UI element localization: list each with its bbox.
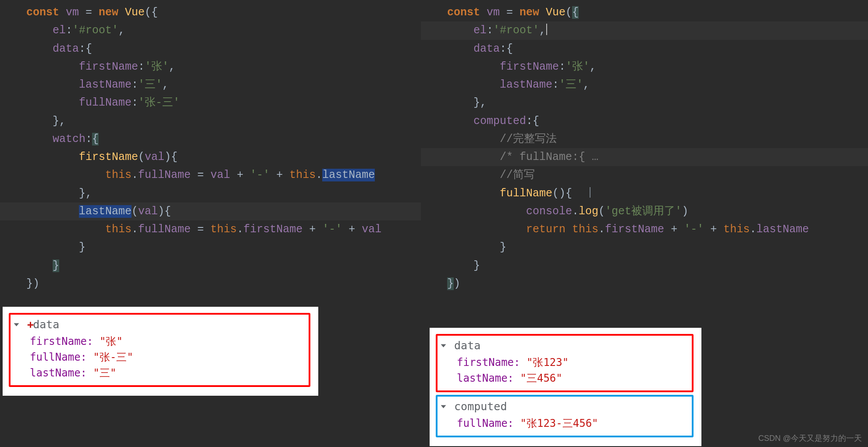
code-line[interactable]: } (421, 238, 868, 256)
code-line[interactable]: lastName:'三', (0, 76, 421, 94)
token-punc (26, 96, 79, 109)
disclosure-triangle-icon[interactable] (441, 405, 446, 408)
token-punc (26, 43, 53, 55)
code-line[interactable]: const vm = new Vue({ (421, 4, 868, 21)
token-punc: , (539, 24, 546, 37)
token-punc: : (132, 96, 138, 109)
code-line[interactable]: el:'#root', (421, 21, 868, 39)
code-line[interactable]: lastName(val){ (0, 202, 421, 220)
code-line[interactable]: //简写 (421, 166, 868, 184)
token-kw2: this (210, 223, 237, 236)
code-line[interactable]: watch:{ (0, 130, 421, 148)
token-var: val (362, 223, 381, 236)
code-pane-right[interactable]: const vm = new Vue({ el:'#root', data:{ … (421, 0, 868, 293)
code-line[interactable]: }) (0, 275, 421, 293)
token-punc (26, 259, 53, 272)
token-bracket-hl: { (572, 6, 579, 19)
code-line[interactable]: firstName(val){ (0, 148, 421, 166)
section-label: data (33, 318, 59, 331)
code-line[interactable]: lastName:'三', (421, 76, 868, 94)
token-punc: : (132, 78, 138, 91)
token-punc: = (191, 223, 210, 236)
token-punc: . (316, 169, 322, 181)
code-line[interactable]: firstName:'张', (421, 58, 868, 76)
token-cmt: /* fullName:{ … (500, 151, 598, 163)
property-row[interactable]: firstName: "张123" (442, 355, 687, 369)
code-line[interactable]: }, (0, 112, 421, 130)
token-prop: firstName (243, 223, 302, 236)
code-line[interactable]: //完整写法 (421, 130, 868, 148)
token-punc: ( (598, 205, 605, 218)
token-hl: lastName (322, 169, 375, 181)
code-line[interactable]: return this.firstName + '-' + this.lastN… (421, 220, 868, 238)
devtools-panel-right: data firstName: "张123"lastName: "三456" c… (430, 328, 701, 446)
property-row[interactable]: fullName: "张123-三456" (442, 416, 687, 430)
code-line[interactable]: console.log('get被调用了') (421, 202, 868, 220)
code-line[interactable]: } (421, 257, 868, 275)
property-value: "张123-三456" (520, 417, 598, 429)
property-key: fullName: (30, 351, 93, 363)
code-pane-left[interactable]: const vm = new Vue({ el:'#root', data:{ … (0, 0, 421, 293)
token-str: '张' (566, 60, 590, 73)
token-punc: :{ (79, 43, 92, 55)
token-punc (26, 24, 53, 37)
property-value: "三456" (520, 372, 562, 384)
token-prop: el (53, 24, 66, 37)
token-punc: }, (26, 187, 92, 200)
property-row[interactable]: fullName: "张-三" (15, 350, 303, 364)
token-bracket-hl: { (92, 133, 99, 145)
token-punc: : (138, 60, 145, 73)
code-line[interactable]: fullName(){ (421, 184, 868, 202)
token-punc (26, 133, 53, 145)
property-row[interactable]: lastName: "三456" (442, 371, 687, 385)
disclosure-triangle-icon[interactable] (441, 344, 446, 348)
token-punc: . (598, 223, 605, 236)
token-punc (447, 187, 500, 200)
token-punc: ) (682, 205, 688, 218)
token-prop: lastName (79, 78, 132, 91)
token-punc: ( (566, 6, 572, 19)
property-key: firstName: (457, 356, 526, 369)
token-bracket-hl: } (447, 277, 454, 290)
section-title: computed (442, 400, 687, 413)
code-line[interactable]: this.fullName = this.firstName + '-' + v… (0, 220, 421, 238)
computed-section-right: computed fullName: "张123-三456" (436, 395, 694, 437)
property-value: "张123" (526, 356, 569, 369)
property-row[interactable]: lastName: "三" (15, 366, 303, 380)
token-punc (447, 133, 500, 145)
code-line[interactable]: }, (421, 94, 868, 112)
token-fn: Vue (546, 6, 566, 19)
token-kw: const (26, 6, 66, 19)
code-line[interactable]: computed:{ (421, 112, 868, 130)
token-prop: firstName (605, 223, 664, 236)
token-punc: } (26, 241, 85, 254)
token-punc (447, 24, 473, 37)
property-row[interactable]: firstName: "张" (15, 334, 303, 348)
token-prop: fullName (79, 96, 132, 109)
property-key: lastName: (457, 372, 520, 384)
code-line[interactable]: data:{ (421, 40, 868, 58)
token-punc: ){ (158, 205, 171, 218)
token-punc: : (85, 133, 92, 145)
code-line[interactable]: firstName:'张', (0, 58, 421, 76)
code-line[interactable]: } (0, 238, 421, 256)
code-line[interactable]: fullName:'张-三' (0, 94, 421, 112)
token-punc (26, 169, 105, 181)
token-punc: . (750, 223, 756, 236)
ibeam-cursor-icon (590, 187, 591, 198)
code-line[interactable]: /* fullName:{ … (421, 148, 868, 166)
code-line[interactable]: el:'#root', (0, 21, 421, 39)
code-line[interactable]: const vm = new Vue({ (0, 4, 421, 21)
token-punc: = (500, 6, 519, 19)
token-kw2: return (526, 223, 572, 236)
token-str: '张-三' (138, 96, 180, 109)
token-punc: } (447, 241, 506, 254)
code-line[interactable]: this.fullName = val + '-' + this.lastNam… (0, 166, 421, 184)
disclosure-triangle-icon[interactable] (14, 323, 19, 326)
code-line[interactable]: }, (0, 184, 421, 202)
code-line[interactable]: } (0, 257, 421, 275)
section-label: computed (454, 400, 507, 413)
code-line[interactable]: data:{ (0, 40, 421, 58)
code-line[interactable]: }) (421, 275, 868, 293)
token-str: '三' (138, 78, 162, 91)
